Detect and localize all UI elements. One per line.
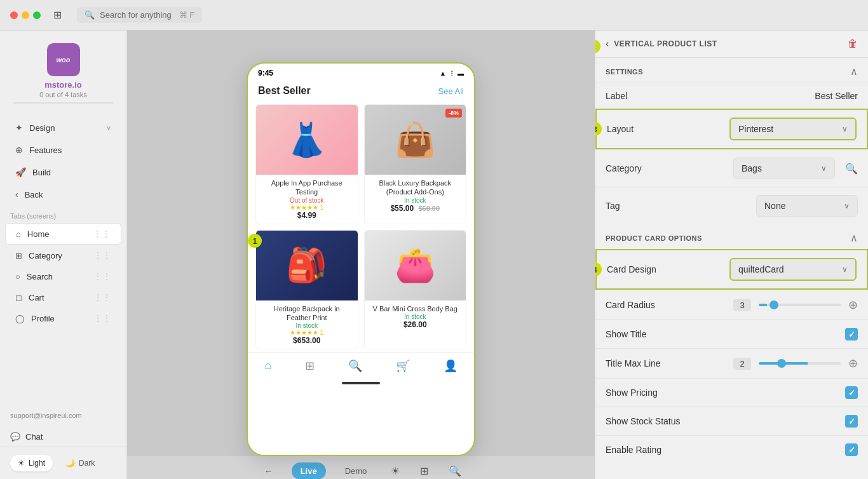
category-field: Category — [606, 163, 733, 173]
product-image: 👛 — [365, 231, 466, 300]
layout-select[interactable]: Pinterest ∨ — [729, 118, 857, 140]
enable-rating-checkbox[interactable] — [845, 443, 858, 456]
enable-rating-row: Enable Rating — [595, 435, 868, 464]
product-figure-icon: 🎒 — [286, 246, 327, 285]
traffic-lights — [10, 11, 41, 19]
sidebar-item-chat[interactable]: 💬 Chat — [0, 427, 126, 447]
search-icon: 🔍 — [85, 10, 95, 20]
product-figure-icon: 👜 — [395, 121, 436, 159]
global-search-bar[interactable]: 🔍 Search for anything ⌘ F — [77, 7, 202, 23]
sidebar-item-search[interactable]: ○ Search ⋮⋮ — [5, 266, 121, 287]
product-name: Apple In App Purchase Testing — [261, 179, 353, 197]
phone-home-icon[interactable]: ⌂ — [264, 359, 271, 373]
phone-category-icon[interactable]: ⊞ — [305, 359, 315, 373]
product-figure-icon: 👗 — [286, 121, 327, 159]
show-pricing-checkbox[interactable] — [845, 386, 858, 399]
sidebar-item-home[interactable]: ⌂ Home ⋮⋮ — [5, 223, 121, 245]
phone-status-bar: 9:45 ▲ ⋮ ▬ — [248, 64, 474, 80]
card-design-select[interactable]: quiltedCard ∨ — [729, 258, 857, 281]
tab-label: Cart — [29, 293, 44, 302]
chat-icon: 💬 — [10, 432, 20, 442]
product-stars: ★★★★★ 1 — [261, 204, 353, 211]
collapse-icon[interactable]: ∧ — [850, 65, 858, 78]
card-radius-slider[interactable] — [759, 304, 841, 306]
sidebar-item-label: Build — [32, 168, 51, 177]
task-progress-bar — [13, 102, 114, 104]
card-design-field: Card Design — [607, 264, 729, 274]
maximize-button[interactable] — [33, 11, 41, 19]
category-wrapper: Bags ∨ 🔍 — [733, 158, 858, 179]
add-line-button[interactable]: ⊕ — [848, 356, 858, 370]
live-mode-button[interactable]: Live — [292, 462, 326, 479]
dark-theme-button[interactable]: 🌙 Dark — [58, 455, 102, 471]
product-status: In stock — [370, 197, 461, 204]
close-button[interactable] — [10, 11, 18, 19]
show-stock-status-checkbox[interactable] — [845, 415, 858, 428]
title-max-line-slider[interactable] — [759, 362, 841, 365]
zoom-icon[interactable]: 🔍 — [444, 462, 466, 479]
product-card[interactable]: 👛 V Bar Mini Cross Body Bag In stock $26… — [364, 230, 467, 350]
logo-box: woo — [47, 43, 80, 76]
title-max-line-field: Title Max Line — [606, 358, 726, 368]
add-radius-button[interactable]: ⊕ — [848, 298, 858, 312]
sidebar-item-design[interactable]: ✦ Design ∨ — [5, 117, 121, 138]
category-search-icon[interactable]: 🔍 — [845, 163, 858, 175]
minimize-button[interactable] — [22, 11, 29, 19]
layout-row: 3 Layout Pinterest ∨ — [595, 109, 868, 149]
tag-value: None — [764, 201, 844, 211]
see-all-link[interactable]: See All — [438, 86, 464, 96]
product-card[interactable]: 🎒 Heritage Backpack in Feather Print In … — [255, 230, 358, 350]
product-card[interactable]: 👜 -8% Black Luxury Backpack (Product Add… — [364, 104, 467, 224]
sidebar-item-profile[interactable]: ◯ Profile ⋮⋮ — [5, 308, 121, 328]
sidebar-item-category[interactable]: ⊞ Category ⋮⋮ — [5, 245, 121, 266]
tabs-section-label: Tabs (screens) — [0, 206, 126, 222]
drag-handle-icon: ⋮⋮ — [93, 313, 111, 323]
category-select[interactable]: Bags ∨ — [733, 158, 835, 179]
card-radius-row: Card Radius 3 ⊕ — [595, 290, 868, 320]
light-theme-button[interactable]: ☀ Light — [10, 455, 53, 471]
panel-back-button[interactable]: ‹ — [606, 38, 609, 50]
features-icon: ⊕ — [15, 145, 23, 155]
tag-select[interactable]: None ∨ — [756, 195, 858, 217]
show-title-checkbox[interactable] — [845, 328, 858, 341]
product-image: 🎒 — [256, 231, 358, 300]
sidebar-logo: woo mstore.io 0 out of 4 tasks — [0, 30, 126, 111]
settings-section-header: SETTINGS ∧ — [595, 58, 868, 83]
settings-section: SETTINGS ∧ Label Best Seller 3 Layout Pi… — [595, 58, 868, 224]
sidebar-item-features[interactable]: ⊕ Features — [5, 139, 121, 161]
demo-mode-button[interactable]: Demo — [336, 462, 376, 479]
product-card-options-header: PRODUCT CARD OPTIONS ∧ — [595, 224, 868, 249]
chevron-down-icon: ∨ — [844, 201, 850, 210]
sidebar-item-build[interactable]: 🚀 Build — [5, 161, 121, 183]
product-name: Heritage Backpack in Feather Print — [261, 304, 353, 323]
product-price: $26.00 — [370, 320, 461, 329]
grid-view-icon[interactable]: ⊞ — [415, 462, 433, 479]
card-radius-field: Card Radius — [606, 300, 726, 310]
phone-profile-icon[interactable]: 👤 — [444, 359, 458, 373]
phone-signal-icons: ▲ ⋮ ▬ — [440, 70, 464, 77]
delete-button[interactable]: 🗑 — [848, 38, 858, 50]
navigate-back-button[interactable]: ← — [255, 462, 281, 479]
settings-label: SETTINGS — [606, 68, 643, 76]
card-radius-value: 3 — [733, 299, 751, 311]
tag-field: Tag — [606, 201, 756, 211]
product-stars: ★★★★★ 1 — [261, 329, 353, 336]
dark-theme-label: Dark — [79, 459, 95, 468]
sidebar-item-back[interactable]: ‹ Back — [5, 184, 121, 205]
product-info: Heritage Backpack in Feather Print In st… — [256, 300, 358, 349]
collapse-icon[interactable]: ∧ — [850, 232, 858, 244]
phone-search-icon[interactable]: 🔍 — [348, 359, 362, 373]
enable-rating-field: Enable Rating — [606, 445, 845, 455]
phone-cart-icon[interactable]: 🛒 — [396, 359, 410, 373]
annotation-1: 1 — [248, 234, 262, 248]
sidebar-item-cart[interactable]: ◻ Cart ⋮⋮ — [5, 287, 121, 307]
titlebar: ⊞ 🔍 Search for anything ⌘ F — [0, 0, 868, 30]
chevron-down-icon: ∨ — [842, 265, 848, 274]
product-card[interactable]: 👗 Apple In App Purchase Testing Out of s… — [255, 104, 358, 224]
sun-mode-icon[interactable]: ☀ — [386, 462, 405, 479]
grid-icon[interactable]: ⊞ — [53, 9, 62, 21]
moon-icon: 🌙 — [65, 459, 75, 468]
annotation-4: 4 — [595, 262, 602, 276]
panel-header: ‹ VERTICAL PRODUCT LIST 🗑 — [595, 30, 868, 58]
product-status: In stock — [261, 322, 353, 329]
